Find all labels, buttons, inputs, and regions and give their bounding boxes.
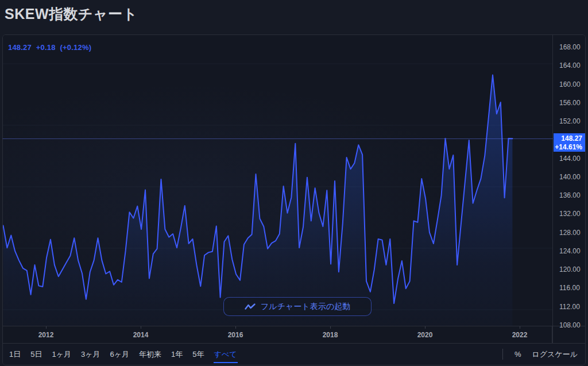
x-axis-label: 2012 bbox=[38, 331, 54, 339]
x-axis-tick bbox=[425, 326, 425, 329]
range-button-1y[interactable]: 1年 bbox=[171, 346, 183, 363]
range-button-ytd[interactable]: 年初来 bbox=[138, 346, 162, 363]
x-axis-label: 2016 bbox=[228, 331, 243, 339]
x-axis[interactable]: 201220142016201820202022 bbox=[3, 326, 585, 343]
y-axis-label: 164.00 bbox=[559, 61, 581, 70]
y-axis-label: 160.00 bbox=[559, 80, 581, 88]
y-axis-label: 108.00 bbox=[559, 321, 581, 329]
x-axis-label: 2014 bbox=[133, 331, 149, 339]
range-button-1mo[interactable]: 1ヶ月 bbox=[51, 346, 72, 363]
x-axis-tick bbox=[141, 326, 141, 329]
quote-price: 148.27 bbox=[8, 43, 32, 52]
y-axis-label: 128.00 bbox=[559, 229, 581, 237]
range-button-5y[interactable]: 5年 bbox=[192, 346, 204, 363]
y-axis-label: 140.00 bbox=[559, 173, 581, 181]
x-axis-tick bbox=[235, 326, 236, 329]
launch-button-label: フルチャート表示の起動 bbox=[261, 302, 350, 312]
range-button-all[interactable]: すべて bbox=[214, 346, 238, 363]
range-toolbar: 1日5日1ヶ月3ヶ月6ヶ月年初来1年5年すべて % ログスケール bbox=[3, 343, 585, 365]
y-axis-label: 136.00 bbox=[559, 191, 581, 199]
chart-card: 148.27 +0.18 (+0.12%) 148.27 +14.61% 168… bbox=[2, 34, 586, 365]
page-title: SKEW指数チャート bbox=[5, 5, 138, 24]
toolbar-divider bbox=[502, 349, 503, 360]
quote-change-percent: (+0.12%) bbox=[60, 43, 92, 52]
launch-full-chart-button[interactable]: フルチャート表示の起動 bbox=[223, 297, 372, 316]
x-axis-tick bbox=[46, 326, 47, 329]
current-price-badge: 148.27 +14.61% bbox=[554, 133, 585, 152]
quote-change: +0.18 bbox=[36, 43, 56, 52]
y-axis-label: 132.00 bbox=[559, 210, 581, 218]
x-axis-label: 2022 bbox=[512, 331, 528, 339]
percent-scale-button[interactable]: % bbox=[514, 346, 522, 362]
log-scale-button[interactable]: ログスケール bbox=[531, 346, 578, 363]
y-axis-label: 124.00 bbox=[559, 247, 581, 255]
current-price-line bbox=[3, 138, 552, 139]
range-button-group: 1日5日1ヶ月3ヶ月6ヶ月年初来1年5年すべて bbox=[9, 346, 238, 363]
range-button-1d[interactable]: 1日 bbox=[9, 346, 21, 363]
quote-summary: 148.27 +0.18 (+0.12%) bbox=[8, 43, 94, 52]
y-axis-label: 144.00 bbox=[559, 155, 581, 163]
x-axis-tick bbox=[520, 326, 520, 329]
x-axis-tick bbox=[330, 326, 331, 329]
x-axis-label: 2020 bbox=[417, 331, 433, 339]
y-axis-label: 156.00 bbox=[559, 99, 581, 107]
line-chart-icon bbox=[245, 303, 256, 310]
badge-price: 148.27 bbox=[554, 134, 582, 143]
y-axis[interactable]: 148.27 +14.61% 168.00164.00160.00156.001… bbox=[552, 35, 585, 343]
y-axis-label: 116.00 bbox=[559, 284, 580, 292]
y-axis-label: 168.00 bbox=[559, 43, 581, 51]
x-axis-label: 2018 bbox=[323, 331, 338, 339]
y-axis-label: 112.00 bbox=[559, 303, 580, 311]
y-axis-label: 120.00 bbox=[559, 265, 581, 273]
chart-plot-area[interactable]: 148.27 +0.18 (+0.12%) 148.27 +14.61% 168… bbox=[3, 35, 585, 326]
y-axis-label: 152.00 bbox=[559, 117, 581, 125]
range-button-6mo[interactable]: 6ヶ月 bbox=[110, 346, 130, 363]
badge-change-percent: +14.61% bbox=[554, 143, 582, 152]
range-button-5d[interactable]: 5日 bbox=[30, 346, 42, 363]
scale-controls: % ログスケール bbox=[502, 346, 578, 363]
range-button-3mo[interactable]: 3ヶ月 bbox=[80, 346, 101, 363]
